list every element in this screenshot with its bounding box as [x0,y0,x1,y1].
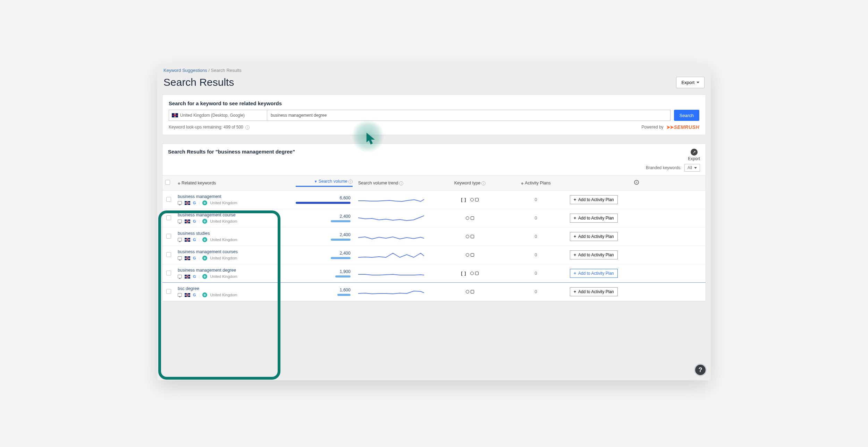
add-to-plan-button[interactable]: +Add to Activity Plan [570,195,618,204]
col-trend[interactable]: Search volume trendi [355,175,435,191]
row-checkbox[interactable] [166,234,171,239]
col-settings[interactable] [567,175,706,191]
plans-cell: 0 [505,191,567,209]
plus-icon: + [574,289,576,294]
type-cell [435,209,505,227]
keyword-name[interactable]: business management course [178,213,290,217]
locale-select[interactable]: United Kingdom (Desktop, Google) [169,110,267,121]
add-to-plan-button[interactable]: +Add to Activity Plan [570,214,618,223]
keyword-input[interactable] [267,110,671,121]
help-button[interactable]: ? [694,364,707,376]
country-label: United Kingdom [210,274,237,279]
col-related[interactable]: ◆Related keywords [175,175,293,191]
col-related-label: Related keywords [182,181,216,185]
col-type-label: Keyword type [454,181,481,185]
col-plans[interactable]: ◆Activity Plans [505,175,567,191]
row-checkbox[interactable] [166,197,171,202]
breadcrumb: Keyword Suggestions / Search Results [163,68,705,73]
volume-cell: 1,900 [293,264,355,283]
gear-icon[interactable] [634,180,639,185]
checkbox-icon[interactable] [165,180,170,185]
table-row: business management degreeG|⊕United King… [162,264,706,283]
app-frame: Keyword Suggestions / Search Results Sea… [157,64,711,380]
search-button[interactable]: Search [674,110,699,121]
plus-icon: + [574,271,576,276]
volume-cell: 2,400 [293,209,355,227]
volume-value: 1,900 [296,269,351,274]
action-cell: +Add to Activity Plan [567,227,706,246]
volume-bar [335,275,351,278]
row-checkbox[interactable] [166,252,171,257]
volume-value: 2,400 [296,232,351,237]
keyword-name[interactable]: business management degree [178,268,290,273]
shapes-icon [466,290,474,293]
keyword-name[interactable]: business studies [178,231,290,236]
keyword-name[interactable]: bsc degree [178,286,290,291]
col-type[interactable]: Keyword typei [435,175,505,191]
add-to-plan-button[interactable]: +Add to Activity Plan [570,250,618,259]
lookups-remaining: Keyword look-ups remaining: 499 of 500 i [169,125,250,130]
keyword-cell[interactable]: bsc degreeG|⊕United Kingdom [175,283,293,301]
results-panel: Search Results for "business management … [162,143,706,301]
row-checkbox[interactable] [166,289,171,294]
keyword-name[interactable]: business management [178,194,290,199]
table-row: business managementG|⊕United Kingdom6,60… [162,191,706,209]
add-to-plan-button[interactable]: +Add to Activity Plan [570,287,618,296]
plus-icon: + [574,197,576,202]
keyword-meta: G|⊕United Kingdom [178,292,290,297]
keyword-name[interactable]: business management courses [178,249,290,254]
add-to-plan-button[interactable]: +Add to Activity Plan [570,269,618,278]
table-row: bsc degreeG|⊕United Kingdom1,6000+Add to… [162,283,706,301]
keyword-cell[interactable]: business studiesG|⊕United Kingdom [175,227,293,246]
volume-bar [331,220,351,222]
type-cell [435,246,505,264]
keyword-meta: G|⊕United Kingdom [178,274,290,279]
results-head: Search Results for "business management … [162,149,706,163]
plans-cell: 0 [505,246,567,264]
google-icon: G [193,274,196,279]
keyword-cell[interactable]: business management courseG|⊕United King… [175,209,293,227]
bracket-icon: [ ] [461,271,466,276]
globe-icon: ⊕ [202,237,207,242]
action-cell: +Add to Activity Plan [567,283,706,301]
search-panel: Search for a keyword to see related keyw… [162,94,706,135]
bracket-icon: [ ] [461,197,466,202]
google-icon: G [193,219,196,223]
add-label: Add to Activity Plan [578,216,614,221]
export-button[interactable]: Export [676,77,705,88]
desktop-icon [178,275,182,278]
keyword-cell[interactable]: business management coursesG|⊕United Kin… [175,246,293,264]
add-label: Add to Activity Plan [578,271,614,276]
locale-label: United Kingdom (Desktop, Google) [180,113,245,118]
globe-icon: ⊕ [202,292,207,297]
row-checkbox[interactable] [166,271,171,275]
globe-icon: ⊕ [202,274,207,279]
keyword-cell[interactable]: business management degreeG|⊕United King… [175,264,293,283]
add-to-plan-button[interactable]: +Add to Activity Plan [570,232,618,241]
uk-flag-icon [185,293,190,297]
title-row: Search Results Export [163,75,705,94]
branded-select[interactable]: All [684,164,700,172]
col-checkbox[interactable] [162,175,175,191]
breadcrumb-parent[interactable]: Keyword Suggestions [163,68,207,73]
page-title: Search Results [163,76,234,88]
info-icon[interactable]: i [245,125,250,130]
uk-flag-icon [185,275,190,279]
shapes-icon [470,198,479,201]
action-cell: +Add to Activity Plan [567,264,706,283]
results-export[interactable]: ↗ Export [688,149,700,161]
info-icon[interactable]: i [399,181,403,185]
col-volume[interactable]: ▼Search volumei [293,175,355,191]
row-checkbox[interactable] [166,215,171,220]
keyword-meta: G|⊕United Kingdom [178,200,290,205]
add-label: Add to Activity Plan [578,253,614,257]
keyword-cell[interactable]: business managementG|⊕United Kingdom [175,191,293,209]
info-icon[interactable]: i [481,181,486,185]
keyword-meta: G|⊕United Kingdom [178,237,290,242]
country-label: United Kingdom [210,293,237,297]
volume-value: 2,400 [296,214,351,219]
trend-cell [355,246,435,264]
google-icon: G [193,238,196,242]
info-icon[interactable]: i [348,180,353,184]
volume-bar [296,202,351,204]
